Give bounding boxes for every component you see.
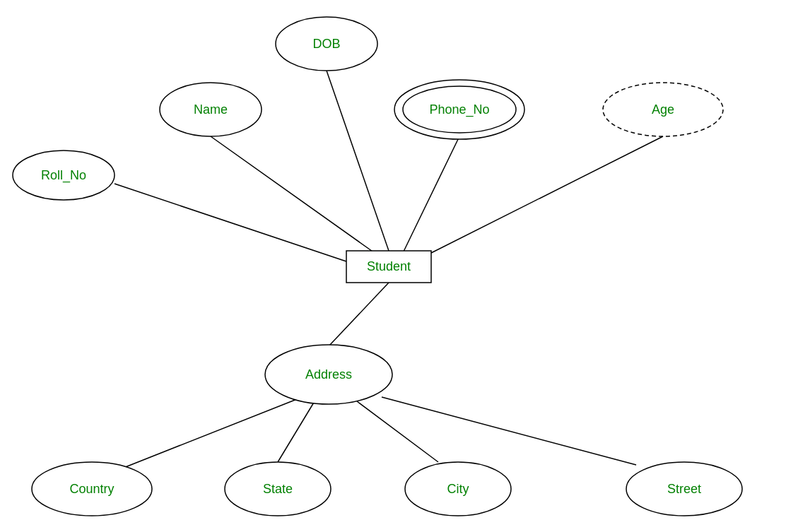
- rollno-label: Roll_No: [41, 168, 86, 183]
- line-address-country: [124, 399, 297, 468]
- address-label: Address: [305, 367, 352, 382]
- dob-label: DOB: [312, 37, 340, 51]
- line-address-street: [382, 397, 636, 465]
- street-label: Street: [667, 482, 701, 496]
- line-address-state: [278, 401, 315, 462]
- line-student-phone: [403, 136, 459, 253]
- name-label: Name: [194, 102, 228, 117]
- line-student-rollno: [115, 184, 346, 261]
- line-address-city: [357, 401, 438, 462]
- state-label: State: [263, 482, 293, 496]
- student-entity-label: Student: [367, 259, 411, 273]
- line-student-address: [329, 283, 389, 346]
- line-student-name: [211, 136, 375, 253]
- er-diagram: Student DOB Name Phone_No Age Roll_No Ad…: [0, 0, 786, 532]
- line-student-age: [431, 136, 663, 253]
- country-label: Country: [69, 482, 114, 496]
- phone-label: Phone_No: [429, 102, 489, 117]
- city-label: City: [447, 482, 469, 496]
- line-student-dob: [327, 71, 389, 251]
- age-label: Age: [652, 102, 674, 117]
